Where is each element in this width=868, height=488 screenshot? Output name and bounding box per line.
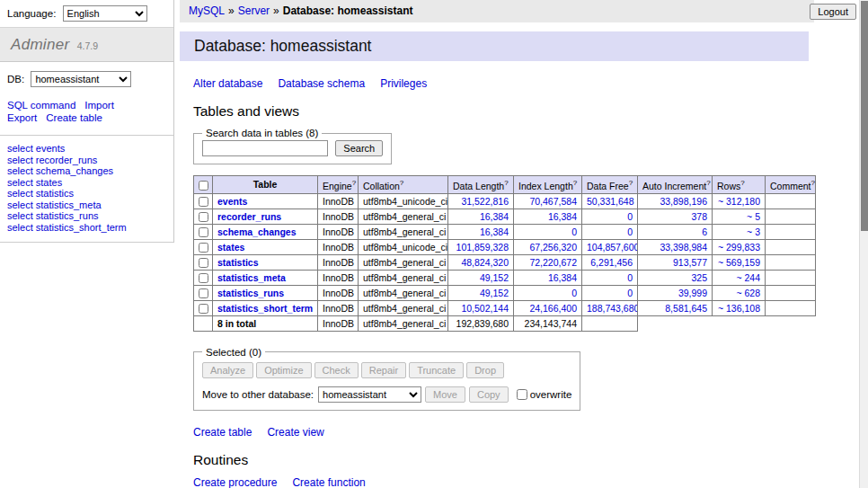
data-length-link[interactable]: 16,384 [480, 226, 509, 237]
index-length-link[interactable]: 16,384 [548, 211, 577, 222]
routine-link-create-function[interactable]: Create function [292, 476, 365, 488]
row-checkbox[interactable] [199, 243, 208, 253]
repair-button[interactable]: Repair [361, 362, 406, 378]
table-name-link-schema-changes[interactable]: schema_changes [217, 226, 297, 237]
column-help-link[interactable]: ? [400, 179, 403, 187]
data-free-link[interactable]: 0 [627, 272, 633, 283]
sidebar-select-link[interactable]: select [7, 222, 33, 233]
language-select[interactable]: English [63, 5, 147, 22]
data-length-link[interactable]: 16,384 [480, 211, 509, 222]
row-checkbox[interactable] [199, 288, 208, 298]
index-length-link[interactable]: 67,256,320 [529, 242, 577, 253]
data-length-link[interactable]: 49,152 [480, 288, 509, 298]
data-free-link[interactable]: 50,331,648 [587, 196, 634, 207]
sidebar-table-link-statistics-meta[interactable]: statistics_meta [36, 200, 102, 210]
data-free-link[interactable]: 188,743,680 [587, 303, 638, 314]
sidebar-select-link[interactable]: select [7, 155, 33, 165]
move-button[interactable]: Move [425, 386, 465, 403]
move-db-select[interactable]: homeassistant [318, 386, 421, 403]
row-checkbox[interactable] [199, 258, 208, 268]
logout-button[interactable]: Logout [810, 4, 856, 20]
sidebar-table-link-statistics-runs[interactable]: statistics_runs [36, 210, 99, 221]
auto-increment-link[interactable]: 39,999 [678, 288, 707, 298]
drop-button[interactable]: Drop [466, 362, 504, 378]
rows-link[interactable]: ~ 244 [736, 272, 760, 283]
rows-link[interactable]: ~ 5 [747, 211, 760, 222]
top-link-privileges[interactable]: Privileges [380, 77, 427, 90]
top-link-alter-database[interactable]: Alter database [193, 77, 262, 90]
column-help-link[interactable]: ? [811, 179, 815, 187]
table-name-link-statistics[interactable]: statistics [217, 257, 259, 268]
auto-increment-link[interactable]: 33,398,984 [660, 242, 707, 253]
table-name-link-statistics-runs[interactable]: statistics_runs [217, 288, 284, 298]
table-name-link-recorder-runs[interactable]: recorder_runs [217, 211, 281, 222]
index-length-link[interactable]: 70,467,584 [529, 196, 577, 207]
sidebar-select-link[interactable]: select [7, 200, 33, 210]
data-length-link[interactable]: 48,824,320 [461, 257, 509, 268]
create-link-create-table[interactable]: Create table [193, 426, 252, 439]
column-help-link[interactable]: ? [740, 179, 744, 187]
rows-link[interactable]: ~ 299,833 [718, 242, 760, 253]
breadcrumb-mysql-link[interactable]: MySQL [189, 4, 225, 17]
sidebar-table-link-events[interactable]: events [36, 143, 65, 154]
column-help-link[interactable]: ? [573, 179, 577, 187]
row-checkbox[interactable] [199, 227, 208, 237]
rows-link[interactable]: ~ 3 [747, 226, 760, 237]
auto-increment-link[interactable]: 913,577 [673, 257, 707, 268]
table-name-link-statistics-short-term[interactable]: statistics_short_term [217, 303, 313, 314]
data-length-link[interactable]: 101,859,328 [456, 242, 509, 253]
data-free-link[interactable]: 0 [627, 288, 633, 298]
sidebar-table-link-recorder-runs[interactable]: recorder_runs [36, 155, 97, 165]
column-help-link[interactable]: ? [352, 179, 356, 187]
table-name-link-events[interactable]: events [217, 196, 247, 207]
breadcrumb-server-link[interactable]: Server [238, 4, 270, 17]
data-length-link[interactable]: 10,502,144 [461, 303, 509, 314]
auto-increment-link[interactable]: 6 [702, 226, 707, 237]
auto-increment-link[interactable]: 8,581,645 [665, 303, 707, 314]
table-name-link-states[interactable]: states [217, 242, 244, 253]
auto-increment-link[interactable]: 33,898,196 [660, 196, 707, 207]
sidebar-select-link[interactable]: select [7, 143, 33, 154]
truncate-button[interactable]: Truncate [409, 362, 464, 378]
sidebar-select-link[interactable]: select [7, 188, 33, 199]
column-help-link[interactable]: ? [629, 179, 633, 187]
index-length-link[interactable]: 24,166,400 [529, 303, 577, 314]
select-all-checkbox[interactable] [199, 181, 208, 191]
scrollbar-thumb[interactable] [861, 1, 868, 231]
create-link-create-view[interactable]: Create view [267, 426, 323, 439]
copy-button[interactable]: Copy [469, 386, 509, 403]
sidebar-link-create-table[interactable]: Create table [46, 112, 102, 123]
sidebar-link-import[interactable]: Import [84, 100, 114, 111]
db-select[interactable]: homeassistant [31, 71, 131, 87]
sidebar-select-link[interactable]: select [7, 177, 33, 188]
check-button[interactable]: Check [314, 362, 359, 378]
sidebar-table-link-statistics[interactable]: statistics [36, 188, 74, 199]
rows-link[interactable]: ~ 569,159 [718, 257, 760, 268]
optimize-button[interactable]: Optimize [256, 362, 311, 378]
index-length-link[interactable]: 16,384 [548, 272, 577, 283]
data-free-link[interactable]: 6,291,456 [590, 257, 633, 268]
column-help-link[interactable]: ? [504, 179, 508, 187]
row-checkbox[interactable] [199, 273, 208, 283]
rows-link[interactable]: ~ 312,180 [718, 196, 760, 207]
auto-increment-link[interactable]: 325 [691, 272, 707, 283]
sidebar-link-export[interactable]: Export [7, 112, 37, 123]
auto-increment-link[interactable]: 378 [691, 211, 707, 222]
index-length-link[interactable]: 72,220,672 [529, 257, 577, 268]
sidebar-table-link-statistics-short-term[interactable]: statistics_short_term [36, 222, 127, 233]
vertical-scrollbar[interactable] [859, 0, 868, 488]
rows-link[interactable]: ~ 628 [736, 288, 760, 298]
data-free-link[interactable]: 0 [627, 211, 633, 222]
index-length-link[interactable]: 0 [571, 226, 577, 237]
table-name-link-statistics-meta[interactable]: statistics_meta [217, 272, 286, 283]
data-length-link[interactable]: 31,522,816 [461, 196, 509, 207]
sidebar-link-sql-command[interactable]: SQL command [7, 100, 75, 111]
search-input[interactable] [202, 140, 328, 156]
data-length-link[interactable]: 49,152 [480, 272, 509, 283]
column-help-link[interactable]: ? [706, 179, 710, 187]
row-checkbox[interactable] [199, 212, 208, 222]
sidebar-select-link[interactable]: select [7, 210, 33, 221]
row-checkbox[interactable] [199, 197, 208, 207]
index-length-link[interactable]: 0 [571, 288, 577, 298]
sidebar-select-link[interactable]: select [7, 165, 33, 176]
